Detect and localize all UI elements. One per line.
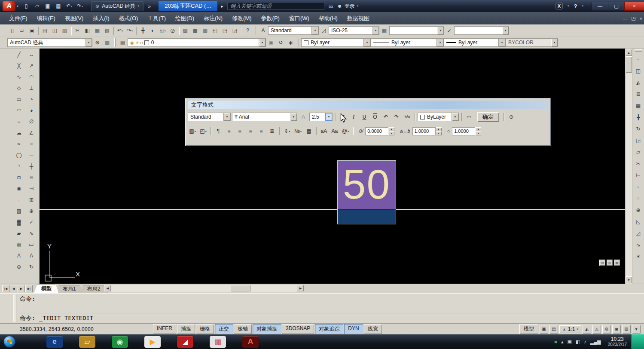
- tray-display-icon[interactable]: ◧: [576, 339, 580, 345]
- pan-button[interactable]: ╋: [138, 26, 148, 36]
- ruler-button[interactable]: ▭: [464, 112, 474, 122]
- toggle-snap[interactable]: 捕捉: [177, 324, 195, 334]
- dimension-update-button[interactable]: ↻: [27, 262, 37, 272]
- infocenter-search-input[interactable]: [227, 2, 324, 10]
- jogged-linear-button[interactable]: ∿: [27, 228, 37, 238]
- jogged-button[interactable]: ◕: [27, 105, 37, 115]
- center-mark-button[interactable]: ⊕: [27, 206, 37, 216]
- new-button[interactable]: ▯: [7, 26, 17, 36]
- mtext-value[interactable]: 50: [338, 161, 396, 209]
- scroll-up-icon[interactable]: ▲: [626, 49, 632, 56]
- chevron-down-icon[interactable]: ▾: [223, 113, 230, 121]
- qat-new-button[interactable]: ▯: [22, 2, 31, 10]
- mtext-justification-button[interactable]: ◰: [198, 126, 208, 136]
- mleader-style-combo[interactable]: ▾: [454, 26, 509, 35]
- offset-button[interactable]: ≣: [633, 89, 643, 99]
- lineweight-combo[interactable]: ByLayer ▾: [444, 38, 506, 47]
- tab-layout2[interactable]: 布局2: [80, 285, 108, 293]
- menu-edit[interactable]: 编辑(E): [32, 12, 60, 24]
- copy-clip-button[interactable]: ◧: [82, 26, 92, 36]
- spline-button[interactable]: ≈: [14, 139, 24, 149]
- make-block-button[interactable]: ◙: [14, 184, 24, 193]
- chevron-down-icon[interactable]: ▾: [17, 4, 18, 8]
- command-input-line[interactable]: 命令: _TEDIT TEXTEDIT: [20, 313, 642, 322]
- document-title[interactable]: 203练玉莲CAD (…: [159, 1, 217, 11]
- separator[interactable]: [135, 26, 138, 36]
- qat-open-button[interactable]: ▱: [33, 2, 41, 10]
- menu-format[interactable]: 格式(O): [114, 12, 143, 24]
- mirror-button[interactable]: ◭: [633, 77, 643, 87]
- drawing-line[interactable]: [40, 209, 625, 210]
- autocad-taskbar-icon[interactable]: A: [242, 336, 259, 348]
- menu-tools[interactable]: 工具(T): [143, 12, 171, 24]
- options-button[interactable]: ⊙: [507, 112, 516, 122]
- tray-app-icon[interactable]: ▣: [567, 339, 571, 345]
- plot-style-combo[interactable]: BYCOLOR ▾: [506, 38, 558, 47]
- chevron-down-icon[interactable]: ▾: [259, 39, 266, 46]
- columns-button[interactable]: ▥: [188, 126, 197, 136]
- undo-button[interactable]: ↶: [115, 26, 125, 36]
- uppercase-button[interactable]: aA: [319, 126, 329, 136]
- ie-icon[interactable]: e: [46, 336, 63, 348]
- colored-app-icon[interactable]: ▥: [210, 336, 226, 348]
- mtext-height-combo[interactable]: 2.5 ▾: [309, 113, 333, 121]
- text-style-combo[interactable]: Standard ▾: [268, 26, 319, 35]
- layer-previous-button[interactable]: ↺: [276, 38, 286, 48]
- stretch-button[interactable]: ▱: [633, 147, 643, 157]
- join-button[interactable]: ⊕: [633, 205, 643, 215]
- vertical-scrollbar[interactable]: ▲ ▼: [625, 49, 632, 284]
- separator[interactable]: [209, 126, 212, 136]
- chevron-down-icon[interactable]: ▾: [551, 39, 558, 46]
- plot-button[interactable]: ▤: [40, 26, 50, 36]
- rotate-button[interactable]: ↻: [633, 124, 643, 134]
- distribute-button[interactable]: ≣: [267, 126, 277, 136]
- tray-green-icon[interactable]: ■: [554, 339, 557, 344]
- toolbar-grip[interactable]: [114, 38, 116, 47]
- menu-dimension[interactable]: 标注(N): [199, 12, 227, 24]
- redo-button[interactable]: ↷: [392, 112, 401, 122]
- dimension-text-edit-button[interactable]: A: [27, 251, 37, 260]
- qat-redo-button[interactable]: ↷: [76, 2, 84, 10]
- array-button[interactable]: ▦: [633, 101, 643, 110]
- toolbar-grip[interactable]: [255, 26, 256, 35]
- qat-undo-button[interactable]: ↶: [65, 2, 73, 10]
- toggle-lineweight[interactable]: 线宽: [364, 324, 382, 334]
- quick-view-layouts-button[interactable]: ▣: [540, 325, 548, 334]
- search-icon[interactable]: ∞: [328, 3, 333, 10]
- qat-plot-button[interactable]: ▤: [54, 2, 63, 10]
- separator[interactable]: [351, 126, 354, 136]
- doc-minimize-button[interactable]: —: [623, 16, 627, 21]
- clean-screen-button[interactable]: ▥: [622, 325, 631, 334]
- separator[interactable]: [278, 126, 281, 136]
- menu-window[interactable]: 窗口(W): [284, 12, 314, 24]
- construction-line-button[interactable]: ╳: [14, 61, 24, 70]
- zoom-realtime-button[interactable]: ◐: [148, 26, 158, 36]
- quick-view-drawings-button[interactable]: ▤: [549, 325, 558, 334]
- annotation-scale-button[interactable]: ▲ 1:1 ▾: [559, 325, 581, 333]
- tray-expand-icon[interactable]: ▴: [561, 339, 564, 345]
- lowercase-button[interactable]: Aa: [330, 126, 339, 136]
- layer-states-button[interactable]: ◈: [286, 38, 296, 48]
- redo-button[interactable]: ↷: [125, 26, 135, 36]
- chevron-down-icon[interactable]: ▾: [372, 27, 379, 34]
- linetype-combo[interactable]: ByLayer ▾: [371, 38, 444, 47]
- width-factor-spinner[interactable]: 1.0000 ▲▼: [452, 127, 481, 135]
- exchange-apps-button[interactable]: X: [555, 3, 563, 9]
- open-button[interactable]: ▱: [17, 26, 27, 36]
- match-properties-button[interactable]: ▧: [102, 26, 112, 36]
- point-button[interactable]: ∙: [14, 195, 24, 205]
- width-factor-value[interactable]: 1.0000: [452, 127, 475, 135]
- make-object-layer-current-button[interactable]: ◎: [266, 38, 276, 48]
- separator[interactable]: [177, 26, 180, 36]
- toggle-polar[interactable]: 极轴: [234, 324, 252, 334]
- command-window[interactable]: 命令: 命令: _TEDIT TEXTEDIT: [0, 293, 644, 323]
- tracking-value[interactable]: 1.0000: [412, 127, 436, 135]
- symbol-button[interactable]: @: [341, 126, 350, 136]
- annotative-button[interactable]: A: [299, 112, 308, 122]
- chevron-down-icon[interactable]: ▾: [325, 113, 332, 121]
- viewport-mini-button-3[interactable]: ▦: [614, 260, 620, 266]
- tab-prev-button[interactable]: ◀: [10, 285, 17, 292]
- explode-button[interactable]: ✶: [633, 251, 643, 261]
- menu-view[interactable]: 视图(V): [60, 12, 88, 24]
- numbering-button[interactable]: №: [293, 126, 303, 136]
